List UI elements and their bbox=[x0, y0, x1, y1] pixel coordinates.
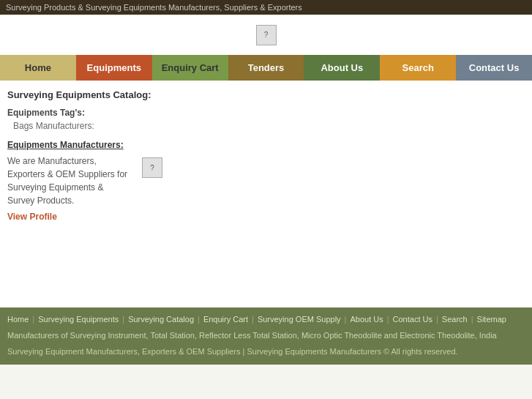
footer-link-surveying-oem-supply[interactable]: Surveying OEM Supply bbox=[258, 315, 341, 324]
nav-item-contact-us[interactable]: Contact Us bbox=[456, 55, 532, 81]
footer-link-sitemap[interactable]: Sitemap bbox=[477, 315, 506, 324]
footer-separator: | bbox=[471, 315, 473, 324]
footer-separator: | bbox=[252, 315, 254, 324]
footer-desc1: Manufacturers of Surveying Instrument, T… bbox=[7, 329, 525, 342]
manufacturers-section: Equipments Manufacturers: We are Manufac… bbox=[7, 140, 525, 222]
manufacturers-label: Equipments Manufacturers: bbox=[7, 140, 525, 150]
footer-link-home[interactable]: Home bbox=[7, 315, 29, 324]
footer-separator: | bbox=[198, 315, 200, 324]
manufacturers-text: We are Manufacturers, Exporters & OEM Su… bbox=[7, 154, 127, 222]
nav-item-search[interactable]: Search bbox=[380, 55, 456, 81]
mfr-line3: Surveying Equipments & bbox=[7, 182, 103, 193]
tags-section: Equipments Tag's: Bags Manufacturers: bbox=[7, 108, 525, 131]
nav-item-equipments[interactable]: Equipments bbox=[76, 55, 152, 81]
catalog-heading: Surveying Equipments Catalog: bbox=[7, 89, 525, 100]
nav-item-tenders[interactable]: Tenders bbox=[228, 55, 304, 81]
mfr-line1: We are Manufacturers, bbox=[7, 156, 97, 166]
tags-value: Bags Manufacturers: bbox=[13, 121, 525, 131]
top-bar-text: Surveying Products & Surveying Equipment… bbox=[6, 3, 302, 12]
footer-separator: | bbox=[122, 315, 124, 324]
tags-label: Equipments Tag's: bbox=[7, 108, 525, 118]
main-content: Surveying Equipments Catalog: Equipments… bbox=[0, 81, 532, 307]
footer-link-search[interactable]: Search bbox=[442, 315, 468, 324]
manufacturer-image: ? bbox=[142, 157, 162, 178]
footer-links: Home|Surveying Equipments|Surveying Cata… bbox=[7, 315, 525, 324]
nav-item-about-us[interactable]: About Us bbox=[304, 55, 380, 81]
footer-separator: | bbox=[436, 315, 438, 324]
footer-link-surveying-catalog[interactable]: Surveying Catalog bbox=[128, 315, 194, 324]
footer-link-surveying-equipments[interactable]: Surveying Equipments bbox=[38, 315, 119, 324]
footer: Home|Surveying Equipments|Surveying Cata… bbox=[0, 307, 532, 365]
nav-item-enquiry-cart[interactable]: Enquiry Cart bbox=[152, 55, 228, 81]
footer-separator: | bbox=[32, 315, 34, 324]
footer-separator: | bbox=[345, 315, 347, 324]
nav-bar: HomeEquipmentsEnquiry CartTendersAbout U… bbox=[0, 55, 532, 81]
footer-copy: Surveying Equipment Manufacturers, Expor… bbox=[7, 346, 525, 358]
view-profile-link[interactable]: View Profile bbox=[7, 212, 57, 222]
footer-link-enquiry-cart[interactable]: Enquiry Cart bbox=[203, 315, 248, 324]
footer-link-contact-us[interactable]: Contact Us bbox=[393, 315, 432, 324]
manufacturers-content: We are Manufacturers, Exporters & OEM Su… bbox=[7, 154, 525, 222]
nav-item-home[interactable]: Home bbox=[0, 55, 76, 81]
top-bar: Surveying Products & Surveying Equipment… bbox=[0, 0, 532, 15]
footer-separator: | bbox=[387, 315, 389, 324]
mfr-line4: Survey Products. bbox=[7, 195, 74, 206]
logo-area: ? bbox=[0, 15, 532, 55]
footer-link-about-us[interactable]: About Us bbox=[350, 315, 383, 324]
logo-image: ? bbox=[256, 25, 277, 45]
mfr-line2: Exporters & OEM Suppliers for bbox=[7, 169, 127, 179]
